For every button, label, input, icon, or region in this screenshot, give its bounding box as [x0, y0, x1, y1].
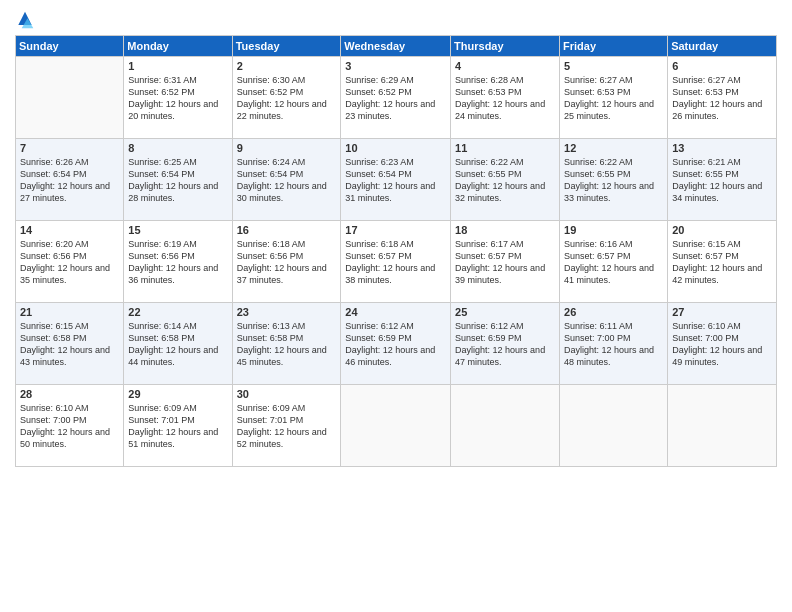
calendar-day-cell: 1Sunrise: 6:31 AM Sunset: 6:52 PM Daylig…: [124, 57, 232, 139]
day-info: Sunrise: 6:12 AM Sunset: 6:59 PM Dayligh…: [455, 320, 555, 369]
day-info: Sunrise: 6:28 AM Sunset: 6:53 PM Dayligh…: [455, 74, 555, 123]
header-row: SundayMondayTuesdayWednesdayThursdayFrid…: [16, 36, 777, 57]
day-info: Sunrise: 6:27 AM Sunset: 6:53 PM Dayligh…: [564, 74, 663, 123]
day-number: 26: [564, 306, 663, 318]
calendar-day-cell: 24Sunrise: 6:12 AM Sunset: 6:59 PM Dayli…: [341, 303, 451, 385]
day-info: Sunrise: 6:13 AM Sunset: 6:58 PM Dayligh…: [237, 320, 337, 369]
logo: [15, 10, 39, 30]
day-info: Sunrise: 6:20 AM Sunset: 6:56 PM Dayligh…: [20, 238, 119, 287]
day-number: 22: [128, 306, 227, 318]
day-number: 23: [237, 306, 337, 318]
calendar-day-cell: [16, 57, 124, 139]
day-number: 24: [345, 306, 446, 318]
day-number: 11: [455, 142, 555, 154]
day-info: Sunrise: 6:27 AM Sunset: 6:53 PM Dayligh…: [672, 74, 772, 123]
day-info: Sunrise: 6:18 AM Sunset: 6:57 PM Dayligh…: [345, 238, 446, 287]
day-number: 21: [20, 306, 119, 318]
day-number: 25: [455, 306, 555, 318]
day-info: Sunrise: 6:25 AM Sunset: 6:54 PM Dayligh…: [128, 156, 227, 205]
day-number: 12: [564, 142, 663, 154]
day-info: Sunrise: 6:21 AM Sunset: 6:55 PM Dayligh…: [672, 156, 772, 205]
calendar-day-cell: 14Sunrise: 6:20 AM Sunset: 6:56 PM Dayli…: [16, 221, 124, 303]
calendar-day-cell: 27Sunrise: 6:10 AM Sunset: 7:00 PM Dayli…: [668, 303, 777, 385]
calendar-day-cell: 9Sunrise: 6:24 AM Sunset: 6:54 PM Daylig…: [232, 139, 341, 221]
calendar-day-cell: 26Sunrise: 6:11 AM Sunset: 7:00 PM Dayli…: [560, 303, 668, 385]
day-info: Sunrise: 6:11 AM Sunset: 7:00 PM Dayligh…: [564, 320, 663, 369]
day-number: 5: [564, 60, 663, 72]
calendar-day-cell: [560, 385, 668, 467]
day-number: 10: [345, 142, 446, 154]
day-info: Sunrise: 6:23 AM Sunset: 6:54 PM Dayligh…: [345, 156, 446, 205]
calendar-day-cell: 25Sunrise: 6:12 AM Sunset: 6:59 PM Dayli…: [451, 303, 560, 385]
day-number: 29: [128, 388, 227, 400]
day-number: 2: [237, 60, 337, 72]
day-number: 8: [128, 142, 227, 154]
day-number: 20: [672, 224, 772, 236]
calendar-day-cell: 12Sunrise: 6:22 AM Sunset: 6:55 PM Dayli…: [560, 139, 668, 221]
calendar-week-row: 21Sunrise: 6:15 AM Sunset: 6:58 PM Dayli…: [16, 303, 777, 385]
day-number: 4: [455, 60, 555, 72]
logo-icon: [15, 10, 35, 30]
calendar-day-cell: 22Sunrise: 6:14 AM Sunset: 6:58 PM Dayli…: [124, 303, 232, 385]
header-day: Friday: [560, 36, 668, 57]
day-info: Sunrise: 6:09 AM Sunset: 7:01 PM Dayligh…: [128, 402, 227, 451]
day-number: 16: [237, 224, 337, 236]
day-number: 19: [564, 224, 663, 236]
calendar-day-cell: 13Sunrise: 6:21 AM Sunset: 6:55 PM Dayli…: [668, 139, 777, 221]
calendar-day-cell: [341, 385, 451, 467]
calendar-day-cell: 30Sunrise: 6:09 AM Sunset: 7:01 PM Dayli…: [232, 385, 341, 467]
calendar-day-cell: 10Sunrise: 6:23 AM Sunset: 6:54 PM Dayli…: [341, 139, 451, 221]
calendar-day-cell: 4Sunrise: 6:28 AM Sunset: 6:53 PM Daylig…: [451, 57, 560, 139]
day-number: 7: [20, 142, 119, 154]
day-number: 27: [672, 306, 772, 318]
day-info: Sunrise: 6:15 AM Sunset: 6:57 PM Dayligh…: [672, 238, 772, 287]
header: [15, 10, 777, 30]
calendar-day-cell: 15Sunrise: 6:19 AM Sunset: 6:56 PM Dayli…: [124, 221, 232, 303]
day-info: Sunrise: 6:10 AM Sunset: 7:00 PM Dayligh…: [20, 402, 119, 451]
calendar-day-cell: [451, 385, 560, 467]
day-number: 9: [237, 142, 337, 154]
day-info: Sunrise: 6:17 AM Sunset: 6:57 PM Dayligh…: [455, 238, 555, 287]
calendar-table: SundayMondayTuesdayWednesdayThursdayFrid…: [15, 35, 777, 467]
header-day: Wednesday: [341, 36, 451, 57]
day-info: Sunrise: 6:09 AM Sunset: 7:01 PM Dayligh…: [237, 402, 337, 451]
calendar-day-cell: 5Sunrise: 6:27 AM Sunset: 6:53 PM Daylig…: [560, 57, 668, 139]
day-number: 6: [672, 60, 772, 72]
day-number: 28: [20, 388, 119, 400]
day-number: 1: [128, 60, 227, 72]
calendar-day-cell: 21Sunrise: 6:15 AM Sunset: 6:58 PM Dayli…: [16, 303, 124, 385]
calendar-day-cell: 11Sunrise: 6:22 AM Sunset: 6:55 PM Dayli…: [451, 139, 560, 221]
day-number: 30: [237, 388, 337, 400]
calendar-day-cell: 3Sunrise: 6:29 AM Sunset: 6:52 PM Daylig…: [341, 57, 451, 139]
calendar-day-cell: 6Sunrise: 6:27 AM Sunset: 6:53 PM Daylig…: [668, 57, 777, 139]
day-number: 17: [345, 224, 446, 236]
header-day: Saturday: [668, 36, 777, 57]
day-info: Sunrise: 6:16 AM Sunset: 6:57 PM Dayligh…: [564, 238, 663, 287]
calendar-day-cell: 17Sunrise: 6:18 AM Sunset: 6:57 PM Dayli…: [341, 221, 451, 303]
page: SundayMondayTuesdayWednesdayThursdayFrid…: [0, 0, 792, 612]
day-info: Sunrise: 6:29 AM Sunset: 6:52 PM Dayligh…: [345, 74, 446, 123]
day-info: Sunrise: 6:24 AM Sunset: 6:54 PM Dayligh…: [237, 156, 337, 205]
header-day: Monday: [124, 36, 232, 57]
day-info: Sunrise: 6:14 AM Sunset: 6:58 PM Dayligh…: [128, 320, 227, 369]
day-info: Sunrise: 6:26 AM Sunset: 6:54 PM Dayligh…: [20, 156, 119, 205]
day-number: 14: [20, 224, 119, 236]
day-info: Sunrise: 6:22 AM Sunset: 6:55 PM Dayligh…: [564, 156, 663, 205]
day-info: Sunrise: 6:15 AM Sunset: 6:58 PM Dayligh…: [20, 320, 119, 369]
calendar-day-cell: [668, 385, 777, 467]
header-day: Tuesday: [232, 36, 341, 57]
day-info: Sunrise: 6:31 AM Sunset: 6:52 PM Dayligh…: [128, 74, 227, 123]
calendar-day-cell: 23Sunrise: 6:13 AM Sunset: 6:58 PM Dayli…: [232, 303, 341, 385]
calendar-week-row: 7Sunrise: 6:26 AM Sunset: 6:54 PM Daylig…: [16, 139, 777, 221]
calendar-day-cell: 29Sunrise: 6:09 AM Sunset: 7:01 PM Dayli…: [124, 385, 232, 467]
calendar-day-cell: 2Sunrise: 6:30 AM Sunset: 6:52 PM Daylig…: [232, 57, 341, 139]
calendar-day-cell: 20Sunrise: 6:15 AM Sunset: 6:57 PM Dayli…: [668, 221, 777, 303]
calendar-week-row: 28Sunrise: 6:10 AM Sunset: 7:00 PM Dayli…: [16, 385, 777, 467]
calendar-day-cell: 7Sunrise: 6:26 AM Sunset: 6:54 PM Daylig…: [16, 139, 124, 221]
day-info: Sunrise: 6:30 AM Sunset: 6:52 PM Dayligh…: [237, 74, 337, 123]
header-day: Sunday: [16, 36, 124, 57]
day-number: 15: [128, 224, 227, 236]
calendar-week-row: 14Sunrise: 6:20 AM Sunset: 6:56 PM Dayli…: [16, 221, 777, 303]
calendar-day-cell: 28Sunrise: 6:10 AM Sunset: 7:00 PM Dayli…: [16, 385, 124, 467]
calendar-day-cell: 19Sunrise: 6:16 AM Sunset: 6:57 PM Dayli…: [560, 221, 668, 303]
